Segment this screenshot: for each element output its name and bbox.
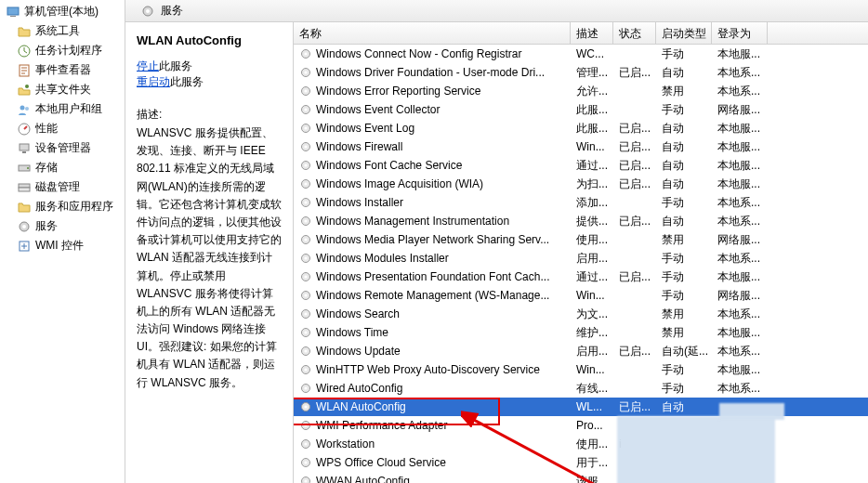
tree-item[interactable]: 设备管理器 [0,138,125,158]
table-row[interactable]: Wired AutoConfig有线...手动本地系... [294,379,868,398]
cell-state: 已启... [613,158,656,174]
svg-point-52 [304,349,307,352]
service-icon [299,85,312,98]
tree-item-label: 磁盘管理 [35,179,80,195]
tree-item[interactable]: 服务 [0,216,125,236]
svg-point-24 [304,89,307,92]
table-row[interactable]: Windows Time维护...禁用本地服... [294,323,868,342]
svg-point-60 [304,424,307,426]
cell-desc: 此服... [571,121,613,137]
cell-start: 手动 [656,46,712,62]
table-row[interactable]: Windows Remote Management (WS-Manage...W… [294,286,868,305]
cell-logon: 本地服... [712,158,768,174]
detail-title: WLAN AutoConfig [137,33,282,47]
table-row[interactable]: Windows Image Acquisition (WIA)为扫...已启..… [294,175,868,193]
service-icon [299,419,312,432]
header-bar: 服务 [125,0,868,22]
tree-item[interactable]: 本地用户和组 [0,99,125,119]
col-desc[interactable]: 描述 [571,22,613,44]
service-name: WinHTTP Web Proxy Auto-Discovery Service [316,363,540,376]
service-icon [299,196,312,209]
cell-start: 禁用 [656,325,712,341]
col-start[interactable]: 启动类型 [656,22,712,44]
tree-item-label: 系统工具 [35,23,80,39]
cell-logon: 本地服... [712,362,768,378]
tree-root[interactable]: 算机管理(本地) [0,2,125,21]
table-row[interactable]: Windows Installer添加...手动本地系... [294,193,868,212]
col-logon[interactable]: 登录为 [712,22,768,44]
cell-state: 已启... [613,176,656,192]
cell-desc: Pro... [571,419,613,432]
service-name: Windows Event Log [316,122,414,135]
table-row[interactable]: Windows Update启用...已启...自动(延...本地系... [294,342,868,360]
event-icon [17,63,32,78]
cell-logon: 本地系... [712,84,768,99]
table-row[interactable]: Windows Event Log此服...已启...自动本地服... [294,119,868,137]
svg-point-4 [25,85,29,88]
col-state[interactable]: 状态 [613,22,656,44]
tree-item[interactable]: WMI 控件 [0,236,125,255]
table-row[interactable]: Windows Media Player Network Sharing Ser… [294,230,868,249]
tree-item[interactable]: 任务计划程序 [0,41,125,60]
table-row[interactable]: Windows Connect Now - Config RegistrarWC… [294,45,868,63]
tree-item[interactable]: 存储 [0,158,125,177]
table-row[interactable]: Windows Presentation Foundation Font Cac… [294,268,868,286]
service-icon [299,47,312,60]
table-row[interactable]: Windows Modules Installer启用...手动本地系... [294,249,868,268]
service-name: Windows Connect Now - Config Registrar [316,47,521,60]
tree-item[interactable]: 系统工具 [0,21,125,41]
navigation-tree: 算机管理(本地) 系统工具任务计划程序事件查看器共享文件夹本地用户和组性能设备管… [0,0,125,483]
service-icon [299,307,312,320]
gear-icon [140,4,155,19]
service-name: Windows Search [316,307,400,320]
table-row[interactable]: WPS Office Cloud Service用于... [294,453,868,472]
tree-item[interactable]: 服务和应用程序 [0,197,125,216]
service-icon [299,437,312,450]
tree-item-label: 服务 [35,218,58,234]
table-row[interactable]: Windows Search为文...禁用本地系... [294,305,868,323]
svg-point-62 [304,442,307,445]
tree-item[interactable]: 磁盘管理 [0,177,125,197]
table-row[interactable]: Windows Event Collector此服...手动网络服... [294,100,868,119]
table-row[interactable]: Windows FirewallWin...已启...自动本地服... [294,137,868,156]
col-name[interactable]: 名称 [294,22,571,44]
svg-point-20 [304,52,307,55]
tree-item[interactable]: 性能 [0,119,125,138]
cell-state: 已启... [613,139,656,155]
svg-rect-0 [7,7,19,15]
gear-icon [17,219,32,234]
service-name: Windows Management Instrumentation [316,215,509,228]
tree-item[interactable]: 共享文件夹 [0,80,125,99]
stop-suffix: 此服务 [159,59,192,72]
tree-item[interactable]: 事件查看器 [0,60,125,80]
disk-icon [17,180,32,195]
stop-link[interactable]: 停止 [137,59,159,72]
service-name: WMI Performance Adapter [316,419,447,432]
folder-icon [17,200,32,215]
table-row[interactable]: Windows Font Cache Service通过...已启...自动本地… [294,156,868,175]
service-icon [299,400,312,413]
cell-desc: Win... [571,363,613,376]
service-name: Windows Modules Installer [316,252,449,265]
cell-desc: 通过... [571,158,613,174]
svg-rect-12 [19,184,30,188]
cell-desc: 为扫... [571,176,613,192]
restart-suffix: 此服务 [170,75,204,88]
cell-logon: 网络服... [712,288,768,304]
cell-desc: 启用... [571,251,613,267]
table-row[interactable]: Workstation使用...i [294,435,868,453]
cell-state: 已启... [613,65,656,81]
table-row[interactable]: Windows Management Instrumentation提供...已… [294,212,868,230]
service-name: Windows Time [316,326,388,339]
restart-link[interactable]: 重启动 [137,75,170,88]
blur-annotation-2 [719,403,784,420]
service-name: Windows Installer [316,196,403,209]
cell-desc: 启用... [571,344,613,359]
cell-desc: 有线... [571,381,613,397]
table-row[interactable]: WWAN AutoConfig该服... [294,472,868,483]
cell-start: 手动 [656,269,712,285]
table-row[interactable]: WinHTTP Web Proxy Auto-Discovery Service… [294,360,868,379]
table-row[interactable]: Windows Error Reporting Service允许...禁用本地… [294,82,868,100]
table-row[interactable]: Windows Driver Foundation - User-mode Dr… [294,63,868,82]
service-name: Windows Firewall [316,140,402,153]
